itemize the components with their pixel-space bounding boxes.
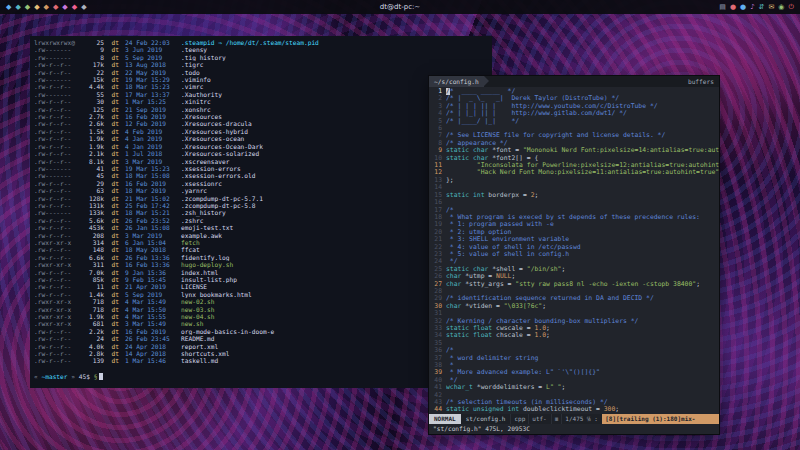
buffers-label: buffers: [688, 76, 719, 87]
file-row: .rwxr-xr-x681dt3 Mar 15:49new.sh: [34, 320, 488, 327]
code-line: 5/* |____/ |_| */: [429, 118, 719, 125]
file-row: .rw-------15kdt19 Mar 15:29.viminfo: [34, 76, 488, 83]
file-row: .rw-r--r--4.0kdt24 Apr 2018report.xml: [34, 343, 488, 350]
terminal-cursor: [99, 373, 103, 380]
file-row: lrwxrwxrwx@25dt24 Feb 22:03.steampid ⇒ /…: [34, 39, 488, 46]
code-line: 21 * 3: SHELL environment variable: [429, 236, 719, 243]
tray-icon[interactable]: ◉: [778, 0, 784, 14]
code-line: 39 * More advanced example: L" `'\"()[]{…: [429, 369, 719, 376]
tab-config-h[interactable]: ~/s/config.h: [429, 76, 484, 87]
file-row: .rw-r--r--29dt16 Feb 2019.xsessionrc: [34, 180, 488, 187]
code-line: 37 * word delimiter string: [429, 355, 719, 362]
code-line: 6: [429, 125, 719, 132]
file-row: .rw-r--r--30dt1 Mar 15:25.xinitrc: [34, 98, 488, 105]
file-row: .rw-r--r--17kdt13 Aug 2018.tigrc: [34, 61, 488, 68]
code-line: 22 * 4: value of shell in /etc/passwd: [429, 244, 719, 251]
code-line: 13};: [429, 177, 719, 184]
file-row: .rw-r--r--2.1kdt1 Jul 2018.Xresources-so…: [34, 150, 488, 157]
statusline-segment: utf-8: [528, 414, 550, 424]
workspace-icon[interactable]: ◆: [25, 0, 30, 14]
statusline-file: st/config.h: [461, 414, 511, 424]
shell-prompt[interactable]: « ~master » 45$ §: [34, 373, 488, 380]
file-row: .rw-r--r--131kdt25 Feb 17:42.zcompdump-d…: [34, 202, 488, 209]
code-line: 26char *utmp = NULL;: [429, 273, 719, 280]
code-line: 3/* | | | || | http://www.youtube.com/c/…: [429, 103, 719, 110]
workspace-icon[interactable]: ◆: [15, 0, 20, 14]
desktop: ◆◆◆◆◆◆◆◆◆ dt@dt-pc:~ ▤●●♪⇵✉◉⏻ lrwxrwxrwx…: [0, 0, 800, 450]
tray-icon[interactable]: ▤: [719, 0, 726, 14]
editor-buffer[interactable]: 1/* ____ _____ */2/* | _ \_ _| Derek Tay…: [429, 87, 719, 414]
file-row: .rwxr-xr-x1.9kdt4 Mar 15:55new-04.sh: [34, 313, 488, 320]
file-row: .rw-r--r--2.6kdt12 Feb 2019.Xresources-d…: [34, 120, 488, 127]
file-row: .rw-r--r--4.4kdt18 Mar 15:23.vimrc: [34, 83, 488, 90]
tray-icon[interactable]: ●: [730, 0, 736, 14]
file-row: .rw-------9dt3 Jun 2019.teensy: [34, 46, 488, 53]
blank-line: [34, 365, 488, 372]
window-title: dt@dt-pc:~: [0, 3, 800, 11]
file-row: .rwxr-xr-x718dt4 Mar 15:49new-02.sh: [34, 298, 488, 305]
code-line: 2/* | _ \_ _| Derek Taylor (DistroTube) …: [429, 95, 719, 102]
file-row: .rwxr-xr-x718dt4 Mar 15:50new-03.sh: [34, 306, 488, 313]
workspace-icon[interactable]: ◆: [81, 0, 86, 14]
file-row: .rw-r--r--11dt21 Apr 2019LICENSE: [34, 283, 488, 290]
vim-window[interactable]: ~/s/config.h buffers 1/* ____ _____ */2/…: [429, 76, 719, 434]
code-line: 38 *: [429, 362, 719, 369]
workspace-list: ◆◆◆◆◆◆◆◆◆: [6, 0, 87, 14]
file-row: .rw-r--r--7.0kdt9 Jan 15:36index.html: [34, 269, 488, 276]
file-row: .rw-r--r--1.9kdt4 Jan 2019.Xresources-oc…: [34, 135, 488, 142]
code-line: 10static char *font2[] = {: [429, 155, 719, 162]
code-line: 29/* identification sequence returned in…: [429, 295, 719, 302]
code-line: 16: [429, 199, 719, 206]
statusline-segment: ≡: [551, 414, 562, 424]
tray-icon[interactable]: ⇵: [759, 0, 765, 14]
file-row: .rwxr-xr-x314dt6 Jan 15:04fetch: [34, 239, 488, 246]
file-row: .rw-r--r--8.1kdt3 Mar 2019.xscreensaver: [34, 158, 488, 165]
code-line: 4/* | |_| || | http://www.gitlab.com/dwt…: [429, 110, 719, 117]
file-row: .rw-r--r--5.6kdt26 Feb 23:52.zshrc: [34, 217, 488, 224]
tray-icon[interactable]: ●: [740, 0, 746, 14]
workspace-icon[interactable]: ◆: [53, 0, 58, 14]
code-line: 7/* See LICENSE file for copyright and l…: [429, 132, 719, 139]
file-row: .rw-------41dt19 Mar 15:23.xsession-erro…: [34, 165, 488, 172]
file-row: .rw-r--r--2.7kdt16 Feb 2019.Xresources: [34, 113, 488, 120]
tab-label: ~/s/config.h: [434, 78, 479, 85]
file-row: .rw-------45dt18 Mar 15:08.xsession-erro…: [34, 172, 488, 179]
code-line: 27char *stty_args = "stty raw pass8 nl -…: [429, 281, 719, 288]
tray-icon[interactable]: ⏻: [788, 0, 794, 14]
file-row: .rw-r--r--125dt21 Sep 2019.xonshrc: [34, 106, 488, 113]
file-row: .rw-r--r--6.6kdt26 Feb 13:36fidentify.lo…: [34, 254, 488, 261]
code-line: 43/* selection timeouts (in milliseconds…: [429, 399, 719, 406]
workspace-icon[interactable]: ◆: [6, 0, 11, 14]
code-line: 1/* ____ _____ */: [429, 88, 719, 95]
workspace-icon[interactable]: ◆: [72, 0, 77, 14]
workspace-icon[interactable]: ◆: [34, 0, 39, 14]
code-line: 44static unsigned int doubleclicktimeout…: [429, 406, 719, 413]
file-row: .rw-r--r--1.5kdt4 Feb 2019.Xresources-hy…: [34, 128, 488, 135]
workspace-icon[interactable]: ◆: [62, 0, 67, 14]
code-line: 28: [429, 288, 719, 295]
code-line: 35: [429, 340, 719, 347]
file-row: .rw-r--r--128kdt21 Mar 15:02.zcompdump-d…: [34, 195, 488, 202]
file-row: .rw-------133kdt18 Mar 15:21.zsh_history: [34, 209, 488, 216]
mode-indicator: NORMAL: [429, 414, 461, 424]
code-line: 42: [429, 392, 719, 399]
statusline-right: cpputf-8≡1/475 ℅ : 1[8][trailing (1):180…: [510, 414, 719, 424]
code-line: 41wchar_t *worddelimiters = L" ";: [429, 384, 719, 391]
file-row: .rw-r--r--453kdt26 Jan 15:08emoji-test.t…: [34, 224, 488, 231]
tray-icon[interactable]: ✉: [768, 0, 774, 14]
workspace-icon[interactable]: ◆: [44, 0, 49, 14]
tray-icon[interactable]: ♪: [750, 0, 754, 14]
code-line: 34static float chscale = 1.0;: [429, 332, 719, 339]
file-row: .rw-------55dt17 Mar 13:37.Xauthority: [34, 91, 488, 98]
vim-statusline: NORMAL st/config.h cpputf-8≡1/475 ℅ : 1[…: [429, 414, 719, 424]
top-panel: ◆◆◆◆◆◆◆◆◆ dt@dt-pc:~ ▤●●♪⇵✉◉⏻: [0, 0, 800, 14]
tab-arrow-icon: [484, 76, 489, 86]
system-tray: ▤●●♪⇵✉◉⏻: [719, 0, 794, 14]
statusline-segment: [8][trailing (1):180]mix-indent-file: [602, 414, 719, 424]
terminal-window[interactable]: lrwxrwxrwx@25dt24 Feb 22:03.steampid ⇒ /…: [30, 36, 492, 388]
code-line: 17/*: [429, 207, 719, 214]
code-line: 8/* appearance */: [429, 140, 719, 147]
code-line: 32/* Kerning / character bounding-box mu…: [429, 318, 719, 325]
code-line: 11 "Inconsolata for Powerline:pixelsize=…: [429, 162, 719, 169]
file-row: .rwxr-xr-x311dt16 Feb 13:36hugo-deploy.s…: [34, 261, 488, 268]
